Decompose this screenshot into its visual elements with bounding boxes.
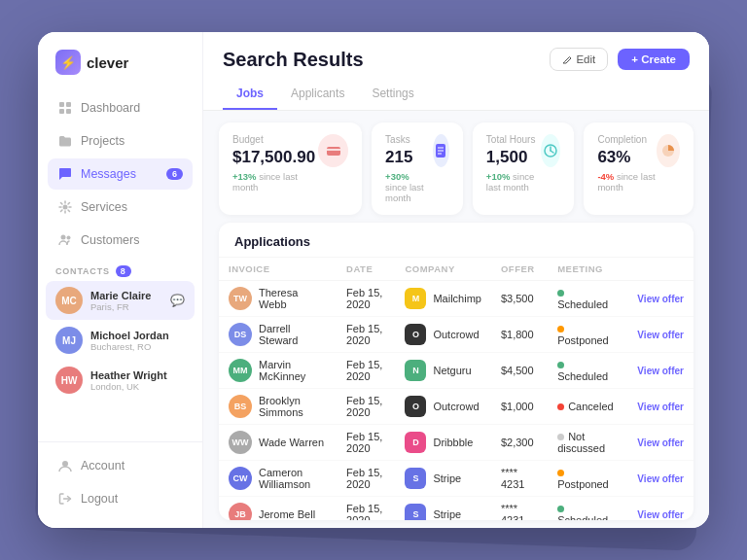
sidebar-label-customers: Customers [81, 233, 139, 247]
cell-action[interactable]: View offer [627, 461, 694, 497]
view-offer-link[interactable]: View offer [637, 366, 684, 376]
view-offer-link[interactable]: View offer [637, 294, 684, 304]
sidebar-item-customers[interactable]: Customers [48, 225, 193, 256]
table-title: Applications [219, 223, 694, 257]
contacts-label: CONTACTS [55, 266, 110, 276]
stat-card-budget: Budget $17,500.90 +13% since last month [219, 122, 362, 215]
svg-rect-2 [59, 109, 64, 114]
create-button[interactable]: + Create [618, 49, 690, 70]
cell-meeting: Postponed [548, 461, 627, 497]
tab-jobs[interactable]: Jobs [223, 81, 277, 110]
cell-date: Feb 15, 2020 [337, 317, 395, 353]
data-table: INVOICE DATE COMPANY OFFER MEETING TW Th… [219, 257, 694, 520]
cell-action[interactable]: View offer [627, 497, 694, 521]
cell-action[interactable]: View offer [627, 281, 694, 317]
stat-value-completion: 63% [597, 148, 657, 167]
cell-meeting: Scheduled [548, 353, 627, 389]
cell-meeting: Scheduled [548, 497, 627, 521]
view-offer-link[interactable]: View offer [637, 473, 684, 484]
tabs: Jobs Applicants Settings [223, 81, 690, 110]
contact-item-marie[interactable]: MC Marie Claire Paris, FR 💬 [46, 281, 195, 320]
col-meeting: MEETING [548, 258, 627, 281]
cell-invoice: DS Darrell Steward [219, 317, 337, 353]
table-row: CW Cameron Williamson Feb 15, 2020 S Str… [219, 461, 694, 497]
avatar-marie: MC [55, 287, 83, 314]
cell-action[interactable]: View offer [627, 317, 694, 353]
cell-action[interactable]: View offer [627, 425, 694, 461]
main-scroll: Budget $17,500.90 +13% since last month [203, 111, 709, 528]
sidebar-item-account[interactable]: Account [48, 450, 193, 481]
cell-meeting: Canceled [548, 389, 627, 425]
cell-company: N Netguru [395, 353, 491, 389]
cell-meeting: Not discussed [548, 425, 627, 461]
contact-name-heather: Heather Wright [90, 369, 185, 381]
cell-invoice: MM Marvin McKinney [219, 353, 337, 389]
view-offer-link[interactable]: View offer [637, 330, 684, 340]
svg-point-5 [61, 235, 66, 240]
contact-item-michoel[interactable]: MJ Michoel Jordan Bucharest, RO [46, 321, 195, 360]
sidebar-item-dashboard[interactable]: Dashboard [48, 92, 193, 123]
messages-icon [57, 166, 73, 182]
contact-info-marie: Marie Claire Paris, FR [90, 290, 162, 312]
edit-button[interactable]: Edit [550, 48, 608, 71]
table-row: TW Theresa Webb Feb 15, 2020 M Mailchimp… [219, 281, 694, 317]
contacts-badge: 8 [116, 265, 131, 277]
cell-date: Feb 15, 2020 [337, 461, 395, 497]
sidebar-item-logout[interactable]: Logout [48, 483, 193, 514]
cell-company: D Dribbble [395, 425, 491, 461]
stat-value-hours: 1,500 [486, 148, 542, 167]
cell-offer: $3,500 [491, 281, 548, 317]
table-header-row: INVOICE DATE COMPANY OFFER MEETING [219, 258, 694, 281]
avatar-heather: HW [55, 367, 83, 394]
avatar-michoel: MJ [55, 327, 83, 354]
sidebar-label-services: Services [81, 200, 127, 214]
cell-invoice: CW Cameron Williamson [219, 461, 337, 497]
contact-info-michoel: Michoel Jordan Bucharest, RO [90, 330, 185, 352]
view-offer-link[interactable]: View offer [637, 438, 684, 448]
sidebar: ⚡ clever Dashboard Projects Messages [38, 32, 203, 528]
table-row: BS Brooklyn Simmons Feb 15, 2020 O Outcr… [219, 389, 694, 425]
contact-name-michoel: Michoel Jordan [90, 330, 185, 341]
contact-item-heather[interactable]: HW Heather Wright London, UK [46, 361, 195, 400]
cell-action[interactable]: View offer [627, 389, 694, 425]
sidebar-label-projects: Projects [81, 134, 124, 148]
chat-icon-marie: 💬 [170, 294, 185, 307]
messages-badge: 6 [166, 168, 183, 180]
stat-label-completion: Completion [597, 134, 657, 145]
cell-date: Feb 15, 2020 [337, 389, 395, 425]
tab-settings[interactable]: Settings [358, 81, 427, 110]
cell-company: O Outcrowd [395, 317, 491, 353]
sidebar-item-projects[interactable]: Projects [48, 125, 193, 157]
cell-offer: $1,000 [491, 389, 548, 425]
stat-label-hours: Total Hours [486, 134, 542, 145]
sidebar-item-services[interactable]: Services [48, 192, 193, 223]
col-action [627, 258, 694, 281]
stat-change-budget: +13% since last month [232, 171, 318, 192]
services-icon [57, 199, 73, 215]
sidebar-bottom: Account Logout [38, 441, 202, 516]
cell-invoice: WW Wade Warren [219, 425, 337, 461]
cell-company: O Outcrowd [395, 389, 491, 425]
cell-date: Feb 15, 2020 [337, 425, 395, 461]
stat-icon-tasks [433, 134, 449, 167]
svg-rect-3 [66, 109, 71, 114]
table-row: JB Jerome Bell Feb 15, 2020 S Stripe ***… [219, 497, 694, 521]
logo-area: ⚡ clever [38, 50, 202, 92]
svg-line-17 [551, 151, 553, 153]
sidebar-label-account: Account [81, 459, 124, 472]
view-offer-link[interactable]: View offer [637, 402, 684, 412]
account-icon [57, 458, 73, 473]
view-offer-link[interactable]: View offer [637, 509, 684, 520]
svg-point-6 [67, 236, 71, 240]
col-company: COMPANY [395, 258, 491, 281]
cell-action[interactable]: View offer [627, 353, 694, 389]
tab-applicants[interactable]: Applicants [277, 81, 358, 110]
sidebar-item-messages[interactable]: Messages 6 [48, 158, 193, 190]
stat-label-tasks: Tasks [385, 134, 433, 145]
folder-icon [57, 133, 73, 149]
cell-invoice: BS Brooklyn Simmons [219, 389, 337, 425]
stat-icon-completion [657, 134, 680, 167]
cell-invoice: JB Jerome Bell [219, 497, 337, 521]
svg-rect-9 [327, 147, 340, 156]
svg-point-7 [62, 461, 68, 467]
